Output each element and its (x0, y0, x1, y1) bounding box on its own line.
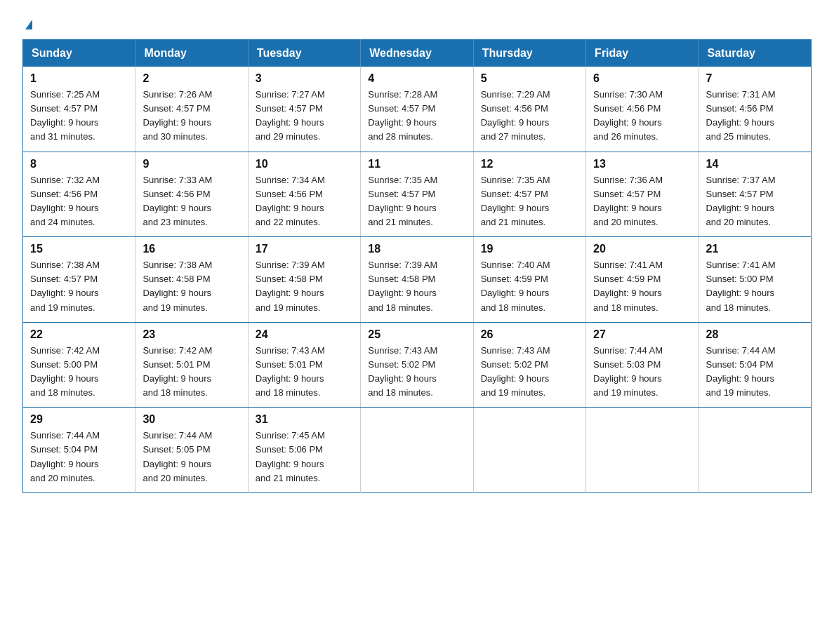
day-info: Sunrise: 7:44 AMSunset: 5:04 PMDaylight:… (30, 429, 128, 485)
day-info: Sunrise: 7:44 AMSunset: 5:05 PMDaylight:… (143, 429, 240, 485)
day-info: Sunrise: 7:39 AMSunset: 4:58 PMDaylight:… (368, 258, 465, 315)
calendar-day-cell: 14Sunrise: 7:37 AMSunset: 4:57 PMDayligh… (699, 152, 811, 237)
day-number: 2 (143, 72, 240, 85)
day-number: 28 (706, 328, 804, 341)
day-info: Sunrise: 7:41 AMSunset: 4:59 PMDaylight:… (593, 258, 691, 315)
calendar-day-cell: 29Sunrise: 7:44 AMSunset: 5:04 PMDayligh… (23, 408, 135, 493)
calendar-empty-cell (699, 408, 811, 493)
day-number: 24 (256, 328, 353, 341)
calendar-empty-cell (473, 408, 585, 493)
calendar-day-cell: 12Sunrise: 7:35 AMSunset: 4:57 PMDayligh… (473, 152, 585, 237)
calendar-header-row: SundayMondayTuesdayWednesdayThursdayFrid… (23, 40, 812, 67)
day-info: Sunrise: 7:34 AMSunset: 4:56 PMDaylight:… (256, 173, 353, 230)
day-number: 7 (706, 72, 804, 85)
day-info: Sunrise: 7:40 AMSunset: 4:59 PMDaylight:… (481, 258, 578, 315)
calendar-day-cell: 9Sunrise: 7:33 AMSunset: 4:56 PMDaylight… (135, 152, 248, 237)
day-number: 21 (706, 243, 804, 255)
calendar-day-cell: 26Sunrise: 7:43 AMSunset: 5:02 PMDayligh… (473, 322, 585, 408)
day-info: Sunrise: 7:32 AMSunset: 4:56 PMDaylight:… (30, 173, 128, 230)
calendar-week-row: 1Sunrise: 7:25 AMSunset: 4:57 PMDaylight… (23, 67, 812, 152)
calendar-week-row: 15Sunrise: 7:38 AMSunset: 4:57 PMDayligh… (23, 237, 812, 323)
calendar-week-row: 29Sunrise: 7:44 AMSunset: 5:04 PMDayligh… (23, 408, 812, 493)
header-saturday: Saturday (699, 40, 811, 67)
calendar-day-cell: 13Sunrise: 7:36 AMSunset: 4:57 PMDayligh… (586, 152, 699, 237)
calendar-table: SundayMondayTuesdayWednesdayThursdayFrid… (22, 39, 812, 493)
day-info: Sunrise: 7:39 AMSunset: 4:58 PMDaylight:… (256, 258, 353, 315)
day-number: 18 (368, 243, 465, 255)
day-info: Sunrise: 7:42 AMSunset: 5:01 PMDaylight:… (143, 344, 240, 401)
day-number: 17 (256, 243, 353, 255)
day-number: 5 (481, 72, 578, 85)
day-number: 22 (30, 328, 128, 341)
header-wednesday: Wednesday (361, 40, 473, 67)
day-number: 31 (256, 413, 353, 426)
calendar-day-cell: 23Sunrise: 7:42 AMSunset: 5:01 PMDayligh… (135, 322, 248, 408)
day-info: Sunrise: 7:35 AMSunset: 4:57 PMDaylight:… (481, 173, 578, 230)
day-number: 6 (593, 72, 691, 85)
day-info: Sunrise: 7:35 AMSunset: 4:57 PMDaylight:… (368, 173, 465, 230)
day-info: Sunrise: 7:43 AMSunset: 5:02 PMDaylight:… (368, 344, 465, 401)
calendar-day-cell: 3Sunrise: 7:27 AMSunset: 4:57 PMDaylight… (248, 67, 360, 152)
calendar-day-cell: 8Sunrise: 7:32 AMSunset: 4:56 PMDaylight… (23, 152, 135, 237)
calendar-day-cell: 18Sunrise: 7:39 AMSunset: 4:58 PMDayligh… (361, 237, 473, 323)
calendar-day-cell: 30Sunrise: 7:44 AMSunset: 5:05 PMDayligh… (135, 408, 248, 493)
day-number: 3 (256, 72, 353, 85)
day-info: Sunrise: 7:25 AMSunset: 4:57 PMDaylight:… (30, 88, 128, 145)
calendar-day-cell: 31Sunrise: 7:45 AMSunset: 5:06 PMDayligh… (248, 408, 360, 493)
day-info: Sunrise: 7:43 AMSunset: 5:02 PMDaylight:… (481, 344, 578, 401)
day-info: Sunrise: 7:37 AMSunset: 4:57 PMDaylight:… (706, 173, 804, 230)
day-info: Sunrise: 7:36 AMSunset: 4:57 PMDaylight:… (593, 173, 691, 230)
day-number: 19 (481, 243, 578, 255)
day-info: Sunrise: 7:30 AMSunset: 4:56 PMDaylight:… (593, 88, 691, 145)
calendar-day-cell: 1Sunrise: 7:25 AMSunset: 4:57 PMDaylight… (23, 67, 135, 152)
day-info: Sunrise: 7:31 AMSunset: 4:56 PMDaylight:… (706, 88, 804, 145)
calendar-day-cell: 10Sunrise: 7:34 AMSunset: 4:56 PMDayligh… (248, 152, 360, 237)
calendar-day-cell: 15Sunrise: 7:38 AMSunset: 4:57 PMDayligh… (23, 237, 135, 323)
header-tuesday: Tuesday (248, 40, 360, 67)
day-number: 30 (143, 413, 240, 426)
calendar-day-cell: 5Sunrise: 7:29 AMSunset: 4:56 PMDaylight… (473, 67, 585, 152)
calendar-empty-cell (586, 408, 699, 493)
day-number: 9 (143, 158, 240, 170)
calendar-day-cell: 11Sunrise: 7:35 AMSunset: 4:57 PMDayligh… (361, 152, 473, 237)
day-number: 13 (593, 158, 691, 170)
calendar-day-cell: 27Sunrise: 7:44 AMSunset: 5:03 PMDayligh… (586, 322, 699, 408)
calendar-day-cell: 16Sunrise: 7:38 AMSunset: 4:58 PMDayligh… (135, 237, 248, 323)
calendar-week-row: 22Sunrise: 7:42 AMSunset: 5:00 PMDayligh… (23, 322, 812, 408)
calendar-day-cell: 24Sunrise: 7:43 AMSunset: 5:01 PMDayligh… (248, 322, 360, 408)
page-header (22, 17, 812, 25)
day-number: 11 (368, 158, 465, 170)
day-info: Sunrise: 7:44 AMSunset: 5:04 PMDaylight:… (706, 344, 804, 401)
logo-triangle-icon (25, 20, 32, 29)
header-friday: Friday (586, 40, 699, 67)
day-number: 29 (30, 413, 128, 426)
day-number: 16 (143, 243, 240, 255)
calendar-week-row: 8Sunrise: 7:32 AMSunset: 4:56 PMDaylight… (23, 152, 812, 237)
calendar-day-cell: 25Sunrise: 7:43 AMSunset: 5:02 PMDayligh… (361, 322, 473, 408)
calendar-day-cell: 21Sunrise: 7:41 AMSunset: 5:00 PMDayligh… (699, 237, 811, 323)
header-sunday: Sunday (23, 40, 135, 67)
day-number: 25 (368, 328, 465, 341)
calendar-day-cell: 19Sunrise: 7:40 AMSunset: 4:59 PMDayligh… (473, 237, 585, 323)
calendar-day-cell: 6Sunrise: 7:30 AMSunset: 4:56 PMDaylight… (586, 67, 699, 152)
day-info: Sunrise: 7:27 AMSunset: 4:57 PMDaylight:… (256, 88, 353, 145)
day-info: Sunrise: 7:44 AMSunset: 5:03 PMDaylight:… (593, 344, 691, 401)
day-info: Sunrise: 7:33 AMSunset: 4:56 PMDaylight:… (143, 173, 240, 230)
day-number: 15 (30, 243, 128, 255)
day-info: Sunrise: 7:42 AMSunset: 5:00 PMDaylight:… (30, 344, 128, 401)
day-number: 12 (481, 158, 578, 170)
calendar-day-cell: 4Sunrise: 7:28 AMSunset: 4:57 PMDaylight… (361, 67, 473, 152)
day-number: 8 (30, 158, 128, 170)
calendar-day-cell: 17Sunrise: 7:39 AMSunset: 4:58 PMDayligh… (248, 237, 360, 323)
calendar-empty-cell (361, 408, 473, 493)
logo (22, 17, 32, 25)
day-number: 4 (368, 72, 465, 85)
day-number: 10 (256, 158, 353, 170)
calendar-day-cell: 7Sunrise: 7:31 AMSunset: 4:56 PMDaylight… (699, 67, 811, 152)
day-info: Sunrise: 7:38 AMSunset: 4:58 PMDaylight:… (143, 258, 240, 315)
header-monday: Monday (135, 40, 248, 67)
day-number: 27 (593, 328, 691, 341)
day-number: 1 (30, 72, 128, 85)
calendar-day-cell: 22Sunrise: 7:42 AMSunset: 5:00 PMDayligh… (23, 322, 135, 408)
day-info: Sunrise: 7:45 AMSunset: 5:06 PMDaylight:… (256, 429, 353, 485)
